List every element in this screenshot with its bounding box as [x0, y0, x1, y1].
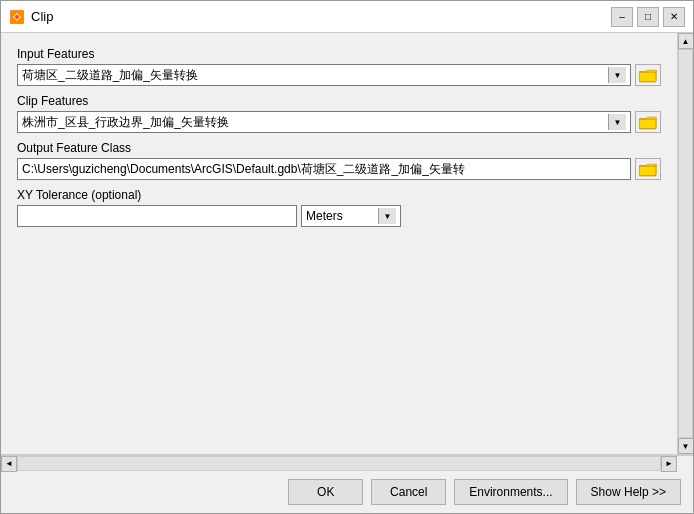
clip-features-dropdown[interactable]: 株洲市_区县_行政边界_加偏_矢量转换 ▼: [17, 111, 631, 133]
scroll-track[interactable]: [678, 49, 693, 438]
input-features-value: 荷塘区_二级道路_加偏_矢量转换: [22, 67, 608, 84]
vertical-scrollbar: ▲ ▼: [677, 33, 693, 454]
bottom-area: ◄ ► OK Cancel Environments... Show Help …: [1, 454, 693, 513]
units-arrow[interactable]: ▼: [378, 208, 396, 224]
units-value: Meters: [306, 209, 378, 223]
folder-icon: [639, 68, 657, 83]
input-features-label: Input Features: [17, 47, 661, 61]
close-button[interactable]: ✕: [663, 7, 685, 27]
button-bar: OK Cancel Environments... Show Help >>: [1, 471, 693, 513]
window-controls: – □ ✕: [611, 7, 685, 27]
output-feature-class-label: Output Feature Class: [17, 141, 661, 155]
minimize-button[interactable]: –: [611, 7, 633, 27]
maximize-button[interactable]: □: [637, 7, 659, 27]
input-features-row: 荷塘区_二级道路_加偏_矢量转换 ▼: [17, 64, 661, 86]
horizontal-scrollbar: ◄ ►: [1, 455, 693, 471]
folder-icon: [639, 162, 657, 177]
environments-button[interactable]: Environments...: [454, 479, 567, 505]
main-area: Input Features 荷塘区_二级道路_加偏_矢量转换 ▼: [1, 33, 693, 454]
cancel-button[interactable]: Cancel: [371, 479, 446, 505]
input-features-browse-button[interactable]: [635, 64, 661, 86]
units-dropdown[interactable]: Meters ▼: [301, 205, 401, 227]
input-features-dropdown[interactable]: 荷塘区_二级道路_加偏_矢量转换 ▼: [17, 64, 631, 86]
ok-button[interactable]: OK: [288, 479, 363, 505]
scroll-down-arrow[interactable]: ▼: [678, 438, 694, 454]
output-feature-class-input[interactable]: [17, 158, 631, 180]
clip-features-arrow[interactable]: ▼: [608, 114, 626, 130]
svg-rect-2: [639, 71, 656, 81]
scroll-right-arrow[interactable]: ►: [661, 456, 677, 472]
svg-rect-4: [639, 165, 656, 175]
output-feature-class-browse-button[interactable]: [635, 158, 661, 180]
svg-rect-3: [639, 118, 656, 128]
xy-tolerance-row: Meters ▼: [17, 205, 661, 227]
input-features-group: Input Features 荷塘区_二级道路_加偏_矢量转换 ▼: [17, 47, 661, 86]
scroll-up-arrow[interactable]: ▲: [678, 33, 694, 49]
show-help-button[interactable]: Show Help >>: [576, 479, 681, 505]
title-bar: Clip – □ ✕: [1, 1, 693, 33]
output-feature-class-group: Output Feature Class: [17, 141, 661, 180]
clip-features-browse-button[interactable]: [635, 111, 661, 133]
empty-space: [17, 235, 661, 440]
xy-tolerance-input[interactable]: [17, 205, 297, 227]
xy-tolerance-group: XY Tolerance (optional) Meters ▼: [17, 188, 661, 227]
folder-icon: [639, 115, 657, 130]
clip-features-value: 株洲市_区县_行政边界_加偏_矢量转换: [22, 114, 608, 131]
xy-tolerance-label: XY Tolerance (optional): [17, 188, 661, 202]
clip-features-label: Clip Features: [17, 94, 661, 108]
clip-dialog: Clip – □ ✕ Input Features 荷塘区_二级道路_加偏_矢量…: [0, 0, 694, 514]
scroll-corner: [677, 456, 693, 472]
input-features-arrow[interactable]: ▼: [608, 67, 626, 83]
scroll-left-arrow[interactable]: ◄: [1, 456, 17, 472]
output-feature-class-row: [17, 158, 661, 180]
svg-point-1: [15, 15, 19, 19]
window-title: Clip: [31, 9, 611, 24]
window-icon: [9, 9, 25, 25]
content-area: Input Features 荷塘区_二级道路_加偏_矢量转换 ▼: [1, 33, 677, 454]
clip-features-group: Clip Features 株洲市_区县_行政边界_加偏_矢量转换 ▼: [17, 94, 661, 133]
h-scroll-track[interactable]: [17, 456, 661, 471]
clip-features-row: 株洲市_区县_行政边界_加偏_矢量转换 ▼: [17, 111, 661, 133]
